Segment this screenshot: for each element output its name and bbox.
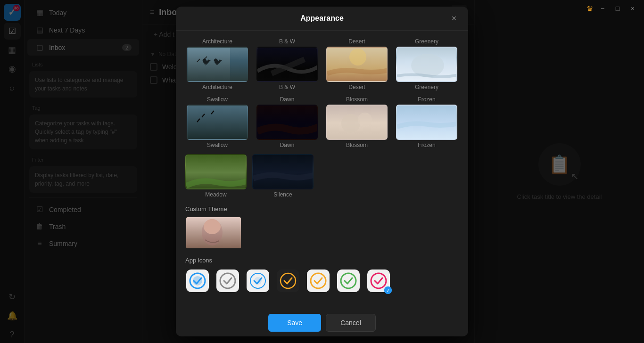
orange-check-svg — [307, 270, 330, 292]
theme-thumb-dawn[interactable]: PRO — [256, 105, 318, 140]
theme-thumb-swallow[interactable]: PRO — [187, 105, 248, 140]
dialog-overlay[interactable]: Appearance × Architecture B & W Desert G… — [0, 0, 644, 343]
custom-theme-thumb[interactable] — [185, 216, 242, 249]
blue-outline-check-svg — [247, 270, 269, 292]
theme-thumb-desert[interactable] — [326, 47, 388, 82]
app-icon-gray[interactable] — [215, 269, 240, 293]
appearance-dialog: Appearance × Architecture B & W Desert G… — [176, 7, 468, 336]
dialog-header: Appearance × — [176, 7, 468, 31]
save-button[interactable]: Save — [268, 314, 321, 332]
selected-badge: ✓ — [384, 286, 392, 294]
svg-point-3 — [349, 49, 366, 65]
greenery-svg — [397, 48, 457, 82]
swallow-svg — [188, 106, 248, 140]
gray-check-svg — [216, 270, 239, 292]
theme-greenery[interactable] — [395, 47, 459, 82]
blossom-name: Blossom — [325, 96, 389, 103]
theme-desert-label: Desert — [325, 38, 389, 45]
theme-blossom[interactable] — [325, 105, 389, 140]
app-icon-blue[interactable] — [185, 269, 210, 293]
theme-labels-row2: Swallow Dawn Blossom Frozen — [185, 96, 459, 103]
theme-swallow[interactable]: PRO — [185, 105, 249, 140]
silence-bottom-label: Silence — [252, 191, 314, 198]
bw-svg — [257, 48, 318, 82]
svg-rect-7 — [257, 106, 318, 140]
app-icons-label: App icons — [185, 257, 459, 264]
custom-theme-label: Custom Theme — [185, 205, 459, 212]
frozen-name: Frozen — [395, 96, 459, 103]
green-check-svg — [337, 270, 360, 292]
architecture-svg — [188, 48, 230, 82]
dawn-svg — [257, 106, 318, 140]
blossom-bottom-name: Blossom — [325, 142, 389, 148]
frozen-bottom-name: Frozen — [395, 142, 459, 148]
dawn-name: Dawn — [255, 96, 319, 103]
app-icon-orange[interactable] — [306, 269, 330, 293]
theme-blossom-label: Desert — [325, 84, 389, 90]
theme-greenery-label: Greenery — [395, 38, 459, 45]
svg-rect-13 — [253, 155, 314, 189]
theme-bw-label: B & W — [255, 38, 319, 45]
theme-thumb-silence[interactable]: PRO — [252, 154, 314, 189]
theme-frozen-label: Greenery — [395, 84, 459, 90]
meadow-bottom-label: Meadow — [185, 191, 247, 198]
theme-thumb-bw[interactable]: PRO — [256, 47, 318, 82]
titlebar: ♛ − □ × — [581, 0, 644, 17]
theme-thumb-architecture[interactable]: PRO — [187, 47, 248, 82]
theme-dawn-label: B & W — [255, 84, 319, 90]
app-icon-blue-outline[interactable] — [246, 269, 270, 293]
row3-labels: Meadow Silence — [185, 191, 459, 198]
custom-face-svg — [186, 217, 241, 248]
theme-dawn[interactable]: PRO — [255, 105, 319, 140]
app-icons-row: ✓ — [185, 269, 459, 293]
dialog-body: Architecture B & W Desert Greenery PRO — [176, 31, 468, 308]
theme-grid-row2: PRO — [185, 105, 459, 140]
theme-thumb-blossom[interactable] — [326, 105, 388, 140]
minimize-button[interactable]: − — [597, 3, 608, 14]
theme-bw[interactable]: PRO — [255, 47, 319, 82]
svg-rect-6 — [188, 106, 248, 140]
theme-labels-row1-bottom: Architecture B & W Desert Greenery — [185, 84, 459, 90]
theme-desert[interactable] — [325, 47, 389, 82]
silence-svg — [253, 155, 314, 189]
maximize-button[interactable]: □ — [612, 3, 623, 14]
theme-frozen[interactable] — [395, 105, 459, 140]
custom-theme-image — [186, 217, 241, 248]
theme-thumb-meadow[interactable]: PRO — [185, 154, 247, 189]
svg-point-9 — [341, 114, 360, 133]
crown-icon: ♛ — [586, 4, 593, 13]
svg-point-24 — [254, 277, 262, 285]
blossom-svg — [327, 106, 388, 140]
dawn-bottom-name: Dawn — [255, 142, 319, 148]
svg-point-10 — [358, 113, 372, 127]
theme-swallow-label: Architecture — [185, 84, 249, 90]
custom-theme-row — [185, 216, 459, 249]
swallow-name: Swallow — [185, 96, 249, 103]
dialog-close-button[interactable]: × — [447, 12, 461, 25]
theme-grid-row3: PRO — [185, 154, 459, 189]
dark-orange-check-svg — [277, 270, 299, 292]
dialog-footer: Save Cancel — [176, 308, 468, 336]
theme-meadow[interactable]: PRO — [185, 154, 247, 189]
theme-labels-row2-bottom: Swallow Dawn Blossom Frozen — [185, 142, 459, 148]
meadow-svg — [186, 155, 247, 189]
cancel-button[interactable]: Cancel — [326, 314, 376, 332]
app-icon-dark-orange[interactable] — [276, 269, 300, 293]
svg-rect-0 — [188, 48, 230, 82]
theme-architecture[interactable]: PRO — [185, 47, 249, 82]
app-icons-section: App icons — [185, 257, 459, 293]
theme-labels-row1: Architecture B & W Desert Greenery — [185, 38, 459, 45]
close-button[interactable]: × — [627, 3, 638, 14]
dialog-title: Appearance — [300, 14, 344, 23]
theme-arch-label: Architecture — [185, 38, 249, 45]
theme-thumb-greenery[interactable] — [396, 47, 457, 82]
theme-silence[interactable]: PRO — [252, 154, 314, 189]
svg-point-16 — [204, 219, 221, 234]
blue-check-svg — [186, 270, 209, 292]
pink-check-svg — [367, 270, 390, 292]
app-icon-green[interactable] — [336, 269, 361, 293]
swallow-bottom-name: Swallow — [185, 142, 249, 148]
app-icon-pink-selected[interactable]: ✓ — [366, 269, 391, 293]
theme-thumb-frozen[interactable] — [396, 105, 457, 140]
theme-grid-row1: PRO — [185, 47, 459, 82]
